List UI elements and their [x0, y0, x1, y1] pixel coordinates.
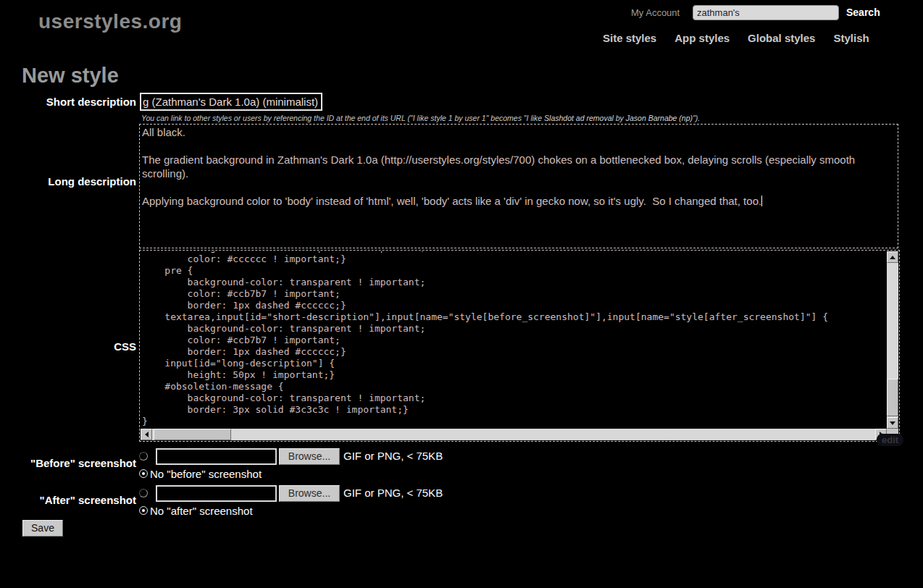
horizontal-scrollbar[interactable]: [141, 429, 887, 440]
after-browse-button[interactable]: Browse...: [279, 485, 340, 502]
after-none-radio[interactable]: [139, 506, 148, 515]
vertical-scroll-track[interactable]: [887, 263, 898, 417]
css-code: background-color: transparent ! importan…: [142, 251, 886, 427]
save-button[interactable]: Save: [22, 520, 63, 537]
main-nav: Site styles App styles Global styles Sty…: [603, 32, 869, 44]
before-screenshot-label: "Before" screenshot: [0, 457, 136, 469]
new-style-page: userstyles.org My Account zathman's Sear…: [0, 0, 923, 588]
nav-app-styles[interactable]: App styles: [674, 32, 730, 44]
before-none-label: No "before" screenshot: [150, 468, 262, 480]
help-text: ").: [693, 114, 700, 122]
search-input[interactable]: zathman's: [693, 5, 839, 20]
short-description-input[interactable]: g (Zathman's Dark 1.0a) (minimalist): [140, 93, 322, 111]
after-file-input[interactable]: [156, 485, 277, 502]
example-style-link[interactable]: Slashdot ad removal: [544, 114, 614, 122]
css-textarea[interactable]: background-color: transparent ! importan…: [139, 250, 900, 442]
after-screenshot-label: "After" screenshot: [0, 494, 136, 506]
before-file-input[interactable]: [156, 448, 277, 465]
scroll-down-button[interactable]: [887, 417, 898, 429]
scroll-up-button[interactable]: [887, 251, 898, 263]
help-text: You can link to other styles or users by…: [141, 114, 544, 122]
site-logo[interactable]: userstyles.org: [38, 10, 182, 33]
after-upload-radio[interactable]: [139, 489, 148, 497]
before-upload-radio[interactable]: [139, 452, 148, 461]
horizontal-scroll-thumb[interactable]: [154, 429, 231, 440]
short-description-label: Short description: [0, 96, 136, 108]
scroll-left-button[interactable]: [141, 429, 152, 440]
css-label: CSS: [0, 340, 136, 353]
horizontal-scroll-track[interactable]: [152, 429, 875, 440]
arrow-up-icon: [890, 256, 895, 259]
css-code-viewport: background-color: transparent ! importan…: [142, 251, 886, 428]
short-description-help: You can link to other styles or users by…: [141, 114, 700, 122]
nav-stylish[interactable]: Stylish: [833, 32, 869, 44]
text-caret: [761, 196, 762, 206]
my-account-link[interactable]: My Account: [631, 7, 680, 18]
long-description-label: Long description: [0, 175, 136, 188]
help-text: by: [614, 114, 626, 122]
long-description-textarea[interactable]: All black. The gradient background in Za…: [139, 124, 898, 248]
edit-link[interactable]: edit: [877, 434, 903, 446]
before-none-radio[interactable]: [139, 469, 148, 478]
page-title: New style: [22, 64, 119, 88]
long-description-text: All black. The gradient background in Za…: [142, 126, 858, 207]
vertical-scrollbar[interactable]: [887, 251, 898, 429]
example-user-link[interactable]: Jason Barnabe (np): [626, 114, 693, 122]
search-button[interactable]: Search: [846, 7, 880, 18]
arrow-left-icon: [145, 432, 149, 437]
nav-site-styles[interactable]: Site styles: [603, 32, 656, 44]
nav-global-styles[interactable]: Global styles: [748, 32, 815, 44]
after-none-label: No "after" screenshot: [150, 505, 253, 517]
after-file-hint: GIF or PNG, < 75KB: [343, 487, 443, 499]
before-browse-button[interactable]: Browse...: [279, 448, 340, 465]
arrow-down-icon: [890, 421, 895, 425]
vertical-scroll-thumb[interactable]: [887, 379, 898, 416]
before-file-hint: GIF or PNG, < 75KB: [343, 450, 443, 462]
